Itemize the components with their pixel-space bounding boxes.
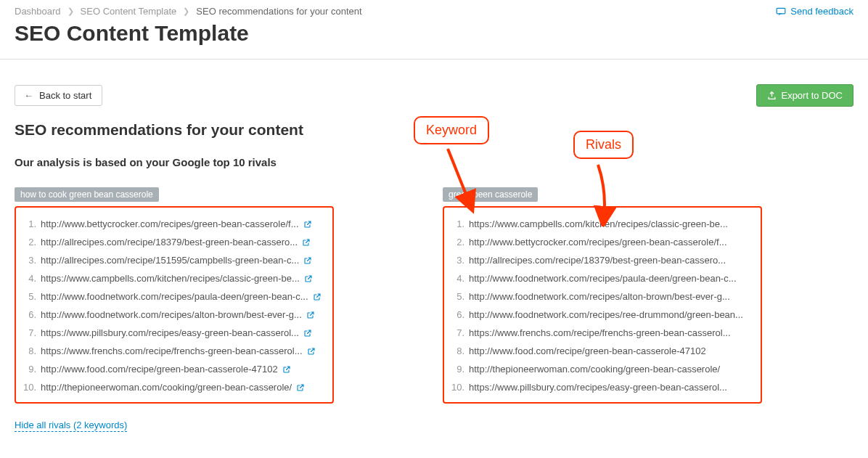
- chevron-right-icon: ❯: [183, 7, 189, 16]
- page-title: SEO Content Template: [0, 20, 868, 59]
- external-link-icon: [303, 256, 312, 265]
- rival-url-item[interactable]: http://www.bettycrocker.com/recipes/gree…: [20, 215, 328, 233]
- keyword-tag: green been casserole: [443, 187, 538, 202]
- external-link-button[interactable]: [313, 293, 322, 301]
- rivals-column-1: how to cook green bean casserole http://…: [15, 187, 334, 404]
- rival-url-item[interactable]: http://thepioneerwoman.com/cooking/green…: [449, 360, 756, 378]
- export-to-doc-button[interactable]: Export to DOC: [756, 84, 853, 107]
- breadcrumb-template[interactable]: SEO Content Template: [81, 6, 177, 17]
- callout-keyword: Keyword: [414, 116, 489, 144]
- export-icon: [767, 91, 777, 100]
- rival-url-text: https://www.campbells.com/kitchen/recipe…: [469, 218, 728, 229]
- external-link-icon: [302, 238, 311, 247]
- rival-url-text: https://www.pillsbury.com/recipes/easy-g…: [41, 327, 299, 338]
- callout-rivals: Rivals: [573, 131, 634, 159]
- external-link-button[interactable]: [307, 347, 316, 356]
- external-link-icon: [304, 274, 313, 283]
- rival-url-text: http://www.foodnetwork.com/recipes/paula…: [41, 291, 308, 302]
- breadcrumb-dashboard[interactable]: Dashboard: [15, 6, 61, 17]
- rival-url-item[interactable]: https://www.frenchs.com/recipe/frenchs-g…: [449, 324, 756, 342]
- rival-url-text: http://thepioneerwoman.com/cooking/green…: [41, 382, 292, 393]
- rival-url-text: http://allrecipes.com/recipe/18379/best-…: [469, 255, 726, 266]
- rival-url-item[interactable]: http://www.foodnetwork.com/recipes/alton…: [20, 306, 328, 324]
- rival-url-text: http://allrecipes.com/recipe/151595/camp…: [41, 255, 299, 266]
- external-link-button[interactable]: [304, 274, 313, 283]
- breadcrumb: Dashboard ❯ SEO Content Template ❯ SEO r…: [0, 0, 868, 20]
- rival-url-text: http://www.foodnetwork.com/recipes/alton…: [41, 309, 302, 320]
- rival-url-item[interactable]: http://www.foodnetwork.com/recipes/alton…: [449, 287, 756, 306]
- rival-url-item[interactable]: https://www.pillsbury.com/recipes/easy-g…: [449, 378, 756, 396]
- rival-url-text: http://www.food.com/recipe/green-bean-ca…: [41, 364, 278, 375]
- rival-url-text: https://www.frenchs.com/recipe/frenchs-g…: [41, 345, 303, 356]
- external-link-button[interactable]: [303, 220, 312, 229]
- feedback-icon: [776, 7, 786, 17]
- arrow-left-icon: ←: [24, 90, 33, 101]
- chevron-right-icon: ❯: [67, 7, 74, 16]
- external-link-icon: [303, 329, 312, 338]
- rival-url-text: http://www.bettycrocker.com/recipes/gree…: [469, 237, 727, 248]
- rival-url-item[interactable]: http://allrecipes.com/recipe/18379/best-…: [20, 233, 328, 251]
- back-to-start-button[interactable]: ← Back to start: [15, 85, 102, 106]
- rival-url-item[interactable]: http://www.foodnetwork.com/recipes/paula…: [449, 269, 756, 287]
- external-link-icon: [282, 365, 291, 374]
- external-link-icon: [313, 293, 322, 301]
- rival-url-item[interactable]: http://allrecipes.com/recipe/18379/best-…: [449, 251, 756, 269]
- rival-url-item[interactable]: http://www.bettycrocker.com/recipes/gree…: [449, 233, 756, 251]
- send-feedback-link[interactable]: Send feedback: [776, 6, 853, 17]
- analysis-heading: Our analysis is based on your Google top…: [0, 156, 868, 187]
- rival-url-text: http://thepioneerwoman.com/cooking/green…: [469, 364, 720, 375]
- hide-all-rivals-link[interactable]: Hide all rivals (2 keywords): [15, 420, 127, 432]
- external-link-icon: [307, 347, 316, 356]
- rival-url-item[interactable]: http://thepioneerwoman.com/cooking/green…: [20, 378, 328, 396]
- rival-url-text: https://www.campbells.com/kitchen/recipe…: [41, 273, 300, 284]
- rival-url-item[interactable]: https://www.campbells.com/kitchen/recipe…: [449, 215, 756, 233]
- rival-url-text: http://www.foodnetwork.com/recipes/paula…: [469, 273, 737, 284]
- keyword-tag: how to cook green bean casserole: [15, 187, 159, 202]
- rivals-column-2: green been casserole https://www.campbel…: [443, 187, 762, 404]
- rival-url-item[interactable]: http://www.food.com/recipe/green-bean-ca…: [20, 360, 328, 378]
- external-link-icon: [296, 383, 305, 392]
- rivals-box: https://www.campbells.com/kitchen/recipe…: [443, 206, 762, 404]
- divider: [0, 59, 868, 60]
- rival-url-item[interactable]: https://www.frenchs.com/recipe/frenchs-g…: [20, 342, 328, 360]
- rival-url-item[interactable]: http://www.foodnetwork.com/recipes/paula…: [20, 287, 328, 306]
- rival-url-text: http://www.bettycrocker.com/recipes/gree…: [41, 218, 299, 229]
- external-link-icon: [306, 311, 315, 319]
- rival-url-item[interactable]: http://www.food.com/recipe/green-bean-ca…: [449, 342, 756, 360]
- external-link-button[interactable]: [303, 329, 312, 338]
- external-link-button[interactable]: [282, 365, 291, 374]
- external-link-icon: [303, 220, 312, 229]
- rivals-box: http://www.bettycrocker.com/recipes/gree…: [15, 206, 334, 404]
- rival-url-item[interactable]: http://allrecipes.com/recipe/151595/camp…: [20, 251, 328, 269]
- rival-url-item[interactable]: http://www.foodnetwork.com/recipes/ree-d…: [449, 306, 756, 324]
- rival-url-text: http://allrecipes.com/recipe/18379/best-…: [41, 237, 298, 248]
- external-link-button[interactable]: [306, 311, 315, 319]
- rival-url-text: http://www.foodnetwork.com/recipes/alton…: [469, 291, 730, 302]
- external-link-button[interactable]: [296, 383, 305, 392]
- svg-rect-0: [777, 8, 785, 14]
- external-link-button[interactable]: [303, 256, 312, 265]
- external-link-button[interactable]: [302, 238, 311, 247]
- rival-url-item[interactable]: https://www.pillsbury.com/recipes/easy-g…: [20, 324, 328, 342]
- rival-url-item[interactable]: https://www.campbells.com/kitchen/recipe…: [20, 269, 328, 287]
- rival-url-text: https://www.frenchs.com/recipe/frenchs-g…: [469, 327, 731, 338]
- rival-url-text: http://www.foodnetwork.com/recipes/ree-d…: [469, 309, 743, 320]
- breadcrumb-current: SEO recommendations for your content: [196, 6, 361, 17]
- rival-url-text: http://www.food.com/recipe/green-bean-ca…: [469, 345, 706, 356]
- rival-url-text: https://www.pillsbury.com/recipes/easy-g…: [469, 382, 727, 393]
